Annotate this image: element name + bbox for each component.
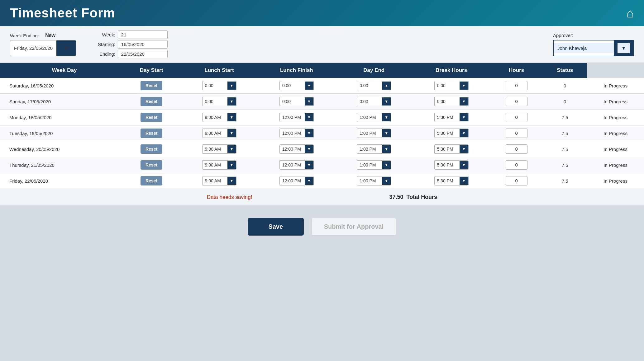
cell-reset-3[interactable]: Reset	[122, 125, 181, 141]
break-input-2[interactable]	[506, 113, 527, 122]
day_end-dropdown-btn-5[interactable]: ▼	[460, 161, 468, 169]
cell-reset-4[interactable]: Reset	[122, 141, 181, 157]
day_end-dropdown-5[interactable]: 5:30 PM▼	[434, 160, 469, 170]
lunch_start-dropdown-3[interactable]: 12:00 PM▼	[279, 129, 314, 138]
day_start-dropdown-btn-4[interactable]: ▼	[227, 145, 236, 153]
day_end-dropdown-btn-2[interactable]: ▼	[460, 113, 468, 121]
lunch_start-dropdown-btn-5[interactable]: ▼	[305, 161, 313, 169]
day_start-dropdown-btn-2[interactable]: ▼	[227, 113, 236, 121]
break-input-0[interactable]	[506, 81, 527, 90]
cell-reset-5[interactable]: Reset	[122, 157, 181, 173]
lunch_finish-dropdown-btn-0[interactable]: ▼	[382, 82, 391, 90]
day_start-dropdown-btn-3[interactable]: ▼	[227, 129, 236, 137]
cell-reset-6[interactable]: Reset	[122, 173, 181, 189]
cell-lunch_start-3[interactable]: 12:00 PM▼	[258, 125, 335, 141]
reset-button-2[interactable]: Reset	[141, 113, 162, 122]
reset-button-1[interactable]: Reset	[141, 97, 162, 106]
lunch_finish-dropdown-btn-1[interactable]: ▼	[382, 97, 391, 105]
day_start-dropdown-1[interactable]: 0:00▼	[202, 97, 236, 106]
lunch_finish-dropdown-5[interactable]: 1:00 PM▼	[357, 160, 391, 170]
cell-break-2[interactable]	[490, 110, 543, 125]
cell-lunch_start-4[interactable]: 12:00 PM▼	[258, 141, 335, 157]
break-input-1[interactable]	[506, 97, 527, 106]
lunch_finish-dropdown-1[interactable]: 0:00▼	[357, 97, 391, 106]
break-input-3[interactable]	[506, 129, 527, 138]
lunch_start-dropdown-btn-6[interactable]: ▼	[305, 177, 313, 185]
lunch_start-dropdown-4[interactable]: 12:00 PM▼	[279, 144, 314, 154]
cell-lunch_finish-4[interactable]: 1:00 PM▼	[335, 141, 413, 157]
approver-dropdown[interactable]: John Khawaja ▼	[553, 40, 634, 56]
break-input-6[interactable]	[506, 176, 527, 185]
break-input-5[interactable]	[506, 160, 527, 170]
reset-button-3[interactable]: Reset	[141, 129, 162, 138]
week-ending-dropdown[interactable]: Friday, 22/05/2020 ▼	[10, 40, 76, 56]
day_start-dropdown-0[interactable]: 0:00▼	[202, 81, 236, 90]
day_end-dropdown-btn-4[interactable]: ▼	[460, 145, 468, 153]
day_start-dropdown-4[interactable]: 9:00 AM▼	[202, 144, 236, 154]
cell-reset-1[interactable]: Reset	[122, 94, 181, 110]
home-icon[interactable]: ⌂	[627, 7, 634, 19]
cell-day_start-1[interactable]: 0:00▼	[180, 94, 258, 110]
week-ending-dropdown-btn[interactable]: ▼	[56, 40, 76, 56]
cell-day_end-5[interactable]: 5:30 PM▼	[413, 157, 490, 173]
lunch_start-dropdown-btn-2[interactable]: ▼	[305, 113, 313, 121]
lunch_finish-dropdown-btn-4[interactable]: ▼	[382, 145, 391, 153]
cell-day_start-2[interactable]: 9:00 AM▼	[180, 110, 258, 125]
cell-lunch_finish-0[interactable]: 0:00▼	[335, 78, 413, 94]
cell-day_start-4[interactable]: 9:00 AM▼	[180, 141, 258, 157]
reset-button-0[interactable]: Reset	[141, 81, 162, 90]
cell-break-4[interactable]	[490, 141, 543, 157]
lunch_start-dropdown-5[interactable]: 12:00 PM▼	[279, 160, 314, 170]
cell-day_start-3[interactable]: 9:00 AM▼	[180, 125, 258, 141]
lunch_start-dropdown-btn-1[interactable]: ▼	[305, 97, 313, 105]
cell-lunch_start-5[interactable]: 12:00 PM▼	[258, 157, 335, 173]
lunch_finish-dropdown-btn-3[interactable]: ▼	[382, 129, 391, 137]
cell-reset-2[interactable]: Reset	[122, 110, 181, 125]
day_end-dropdown-0[interactable]: 0:00▼	[434, 81, 469, 90]
lunch_finish-dropdown-2[interactable]: 1:00 PM▼	[357, 113, 391, 122]
lunch_finish-dropdown-btn-5[interactable]: ▼	[382, 161, 391, 169]
save-button[interactable]: Save	[248, 218, 304, 236]
day_end-dropdown-1[interactable]: 0:00▼	[434, 97, 469, 106]
lunch_start-dropdown-6[interactable]: 12:00 PM▼	[279, 176, 314, 185]
cell-break-0[interactable]	[490, 78, 543, 94]
cell-day_end-1[interactable]: 0:00▼	[413, 94, 490, 110]
approver-dropdown-btn[interactable]: ▼	[614, 40, 633, 56]
reset-button-4[interactable]: Reset	[141, 144, 162, 154]
cell-lunch_start-1[interactable]: 0:00▼	[258, 94, 335, 110]
cell-day_end-2[interactable]: 5:30 PM▼	[413, 110, 490, 125]
reset-button-6[interactable]: Reset	[141, 176, 162, 185]
cell-lunch_finish-1[interactable]: 0:00▼	[335, 94, 413, 110]
day_start-dropdown-6[interactable]: 9:00 AM▼	[202, 176, 236, 185]
cell-lunch_finish-6[interactable]: 1:00 PM▼	[335, 173, 413, 189]
day_end-dropdown-btn-3[interactable]: ▼	[460, 129, 468, 137]
day_end-dropdown-btn-0[interactable]: ▼	[460, 82, 468, 90]
day_start-dropdown-btn-0[interactable]: ▼	[227, 82, 236, 90]
cell-lunch_start-6[interactable]: 12:00 PM▼	[258, 173, 335, 189]
lunch_start-dropdown-1[interactable]: 0:00▼	[279, 97, 314, 106]
cell-break-6[interactable]	[490, 173, 543, 189]
cell-day_end-3[interactable]: 5:30 PM▼	[413, 125, 490, 141]
cell-lunch_start-0[interactable]: 0:00▼	[258, 78, 335, 94]
day_end-dropdown-btn-1[interactable]: ▼	[460, 97, 468, 105]
cell-lunch_finish-5[interactable]: 1:00 PM▼	[335, 157, 413, 173]
reset-button-5[interactable]: Reset	[141, 160, 162, 170]
day_start-dropdown-5[interactable]: 9:00 AM▼	[202, 160, 236, 170]
cell-day_start-0[interactable]: 0:00▼	[180, 78, 258, 94]
cell-lunch_finish-3[interactable]: 1:00 PM▼	[335, 125, 413, 141]
lunch_finish-dropdown-3[interactable]: 1:00 PM▼	[357, 129, 391, 138]
lunch_start-dropdown-btn-4[interactable]: ▼	[305, 145, 313, 153]
day_end-dropdown-4[interactable]: 5:30 PM▼	[434, 144, 469, 154]
lunch_finish-dropdown-0[interactable]: 0:00▼	[357, 81, 391, 90]
cell-reset-0[interactable]: Reset	[122, 78, 181, 94]
cell-lunch_finish-2[interactable]: 1:00 PM▼	[335, 110, 413, 125]
lunch_start-dropdown-btn-3[interactable]: ▼	[305, 129, 313, 137]
lunch_start-dropdown-btn-0[interactable]: ▼	[305, 82, 313, 90]
lunch_finish-dropdown-6[interactable]: 1:00 PM▼	[357, 176, 391, 185]
day_end-dropdown-2[interactable]: 5:30 PM▼	[434, 113, 469, 122]
lunch_start-dropdown-0[interactable]: 0:00▼	[279, 81, 314, 90]
day_end-dropdown-6[interactable]: 5:30 PM▼	[434, 176, 469, 185]
cell-break-1[interactable]	[490, 94, 543, 110]
cell-day_start-6[interactable]: 9:00 AM▼	[180, 173, 258, 189]
day_start-dropdown-2[interactable]: 9:00 AM▼	[202, 113, 236, 122]
